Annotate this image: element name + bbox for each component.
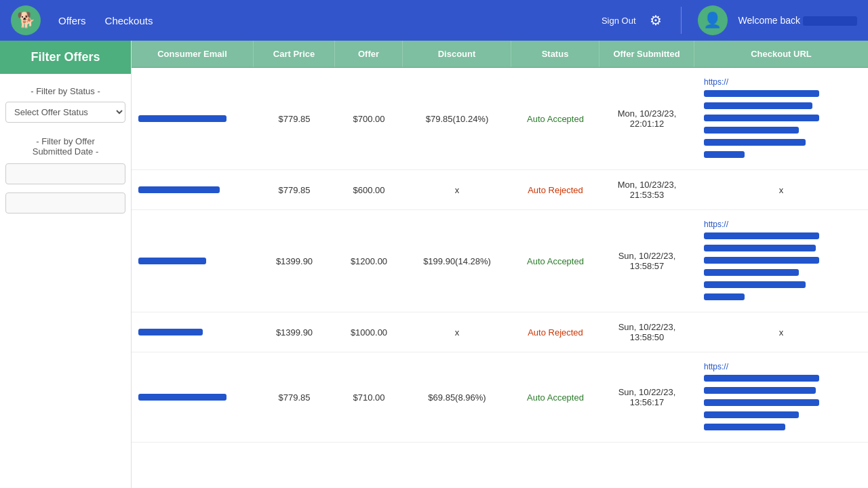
date-to-input[interactable]: 10/25/2023 [5,192,125,214]
avatar: 👤 [698,5,728,35]
email-cell [132,382,254,412]
status-cell: Auto Accepted [511,383,599,412]
offer-cell: $1200.00 [335,247,403,276]
th-consumer-email: Consumer Email [132,41,254,67]
submitted-cell: Mon, 10/23/23, 21:53:53 [599,170,694,209]
discount-cell: $79.85(10.24%) [403,104,511,134]
username-redacted [803,16,857,26]
table-row: $1399.90 $1000.00 x Auto Rejected Sun, 1… [132,312,868,352]
cart-price-cell: $1399.90 [254,318,335,347]
submitted-cell: Mon, 10/23/23, 22:01:12 [599,99,694,138]
email-cell [132,246,254,276]
offer-cell: $700.00 [335,104,403,134]
status-filter-select[interactable]: Select Offer Status Auto Accepted Auto R… [5,102,125,123]
submitted-cell: Sun, 10/22/23, 13:58:50 [599,312,694,352]
url-cell: x [694,176,868,205]
header-divider [681,7,682,34]
status-cell: Auto Rejected [511,318,599,347]
app-body: Filter Offers - Filter by Status - Selec… [0,41,868,488]
sidebar-title: Filter Offers [0,41,131,74]
cart-price-cell: $779.85 [254,383,335,412]
discount-cell: x [403,318,511,347]
status-cell: Auto Accepted [511,104,599,134]
submitted-cell: Sun, 10/22/23, 13:58:57 [599,241,694,281]
url-cell: https:// [694,68,868,169]
table-header: Consumer Email Cart Price Offer Discount… [132,41,868,68]
url-cell: https:// [694,352,868,442]
url-cell: x [694,318,868,347]
logo: 🐕 [11,5,41,35]
sign-out-link[interactable]: Sign Out [601,16,636,26]
app-header: 🐕 Offers Checkouts Sign Out ⚙ 👤 Welcome … [0,0,868,41]
discount-cell: x [403,176,511,205]
url-cell: https:// [694,210,868,312]
filter-date-label: - Filter by Offer Submitted Date - [0,131,131,159]
offer-cell: $600.00 [335,176,403,205]
nav-offers[interactable]: Offers [52,11,93,30]
nav-checkouts[interactable]: Checkouts [98,11,160,30]
cart-price-cell: $779.85 [254,104,335,134]
status-cell: Auto Accepted [511,247,599,276]
table-row: $1399.90 $1200.00 $199.90(14.28%) Auto A… [132,210,868,312]
welcome-text: Welcome back [738,15,857,26]
th-status: Status [511,41,599,67]
status-cell: Auto Rejected [511,176,599,205]
th-offer-submitted: Offer Submitted [599,41,694,67]
offer-cell: $710.00 [335,383,403,412]
table-row: $779.85 $710.00 $69.85(8.96%) Auto Accep… [132,352,868,443]
discount-cell: $69.85(8.96%) [403,383,511,412]
settings-icon[interactable]: ⚙ [647,9,665,31]
email-cell [132,104,254,134]
th-checkout-url: Checkout URL [694,41,868,67]
email-cell [132,175,254,205]
th-cart-price: Cart Price [254,41,335,67]
main-content: Consumer Email Cart Price Offer Discount… [132,41,868,488]
th-offer: Offer [335,41,403,67]
th-discount: Discount [403,41,511,67]
table-row: $779.85 $700.00 $79.85(10.24%) Auto Acce… [132,68,868,170]
date-from-input[interactable]: 8/25/2023 [5,163,125,184]
cart-price-cell: $779.85 [254,176,335,205]
discount-cell: $199.90(14.28%) [403,247,511,276]
submitted-cell: Sun, 10/22/23, 13:56:17 [599,378,694,417]
sidebar: Filter Offers - Filter by Status - Selec… [0,41,132,488]
table-row: $779.85 $600.00 x Auto Rejected Mon, 10/… [132,170,868,210]
email-cell [132,317,254,347]
cart-price-cell: $1399.90 [254,247,335,276]
main-nav: Offers Checkouts [52,11,159,30]
filter-status-label: - Filter by Status - [0,74,131,102]
offer-cell: $1000.00 [335,318,403,347]
